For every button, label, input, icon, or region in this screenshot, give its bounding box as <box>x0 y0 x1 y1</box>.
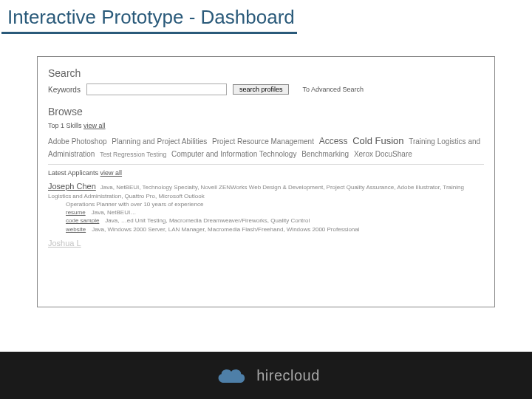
applicant-link-row: websiteJava, Windows 2000 Server, LAN Ma… <box>66 225 484 233</box>
applicant-tagline: Operations Planner with over 10 years of… <box>66 200 484 208</box>
applicant-link-row: code sampleJava, …ed Unit Testing, Macro… <box>66 216 484 225</box>
top-skills-label: Top 1 Skills <box>48 122 82 129</box>
applicants-list: Joseph ChenJava, NetBEUI, Technology Spe… <box>48 181 484 250</box>
applicant-doc-link[interactable]: code sample <box>66 217 99 224</box>
footer-bar: hirecloud <box>0 352 532 399</box>
skill-tag[interactable]: Project Resource Management <box>212 137 314 146</box>
applicant-item: Joseph ChenJava, NetBEUI, Technology Spe… <box>48 181 484 233</box>
skill-tag[interactable]: Computer and Information Technology <box>171 150 296 158</box>
applicant-skills: Java, NetBEUI, Technology Specialty, Nov… <box>48 184 464 200</box>
search-row: Keywords search profiles To Advanced Sea… <box>48 83 484 95</box>
skill-tag[interactable]: Benchmarking <box>301 150 349 158</box>
cloud-icon <box>212 364 250 386</box>
top-skills-line: Top 1 Skills view all <box>48 122 484 129</box>
latest-applicants-label: Latest Applicants <box>48 169 98 177</box>
skill-tag[interactable]: Test Regression Testing <box>100 151 166 158</box>
title-underline <box>1 32 297 34</box>
search-profiles-button[interactable]: search profiles <box>233 84 290 95</box>
latest-applicants-line: Latest Applicants view all <box>48 169 484 177</box>
slide-title: Interactive Prototype - Dashboard <box>0 0 532 32</box>
applicant-name-link[interactable]: Joseph Chen <box>48 182 96 191</box>
applicant-doc-meta: Java, Windows 2000 Server, LAN Manager, … <box>92 226 359 233</box>
skill-tag[interactable]: Cold Fusion <box>352 135 403 146</box>
search-heading: Search <box>48 67 484 79</box>
view-all-skills-link[interactable]: view all <box>83 122 106 129</box>
dashboard-panel: Search Keywords search profiles To Advan… <box>37 56 495 307</box>
keywords-label: Keywords <box>48 86 81 94</box>
skill-tag[interactable]: Access <box>319 136 348 146</box>
advanced-search-link[interactable]: To Advanced Search <box>302 86 364 93</box>
applicant-name-link[interactable]: Joshua L <box>48 239 81 248</box>
skill-tag[interactable]: Planning and Project Abilities <box>112 137 207 146</box>
search-input[interactable] <box>86 83 227 95</box>
browse-heading: Browse <box>48 106 484 117</box>
brand-text: hirecloud <box>256 367 320 384</box>
applicant-link-row: resumeJava, NetBEUI… <box>66 208 484 216</box>
applicant-doc-meta: Java, NetBEUI… <box>92 209 136 216</box>
skill-tag[interactable]: Xerox DocuShare <box>354 150 412 158</box>
skill-tag[interactable]: Adobe Photoshop <box>48 137 107 146</box>
skills-tag-cloud: Adobe Photoshop Planning and Project Abi… <box>48 134 484 160</box>
applicant-doc-link[interactable]: website <box>66 226 86 233</box>
view-all-applicants-link[interactable]: view all <box>100 169 123 177</box>
divider <box>48 164 484 165</box>
applicant-item: Joshua L <box>48 238 484 249</box>
applicant-doc-link[interactable]: resume <box>66 209 86 216</box>
applicant-doc-meta: Java, …ed Unit Testing, Macromedia Dream… <box>105 217 310 224</box>
